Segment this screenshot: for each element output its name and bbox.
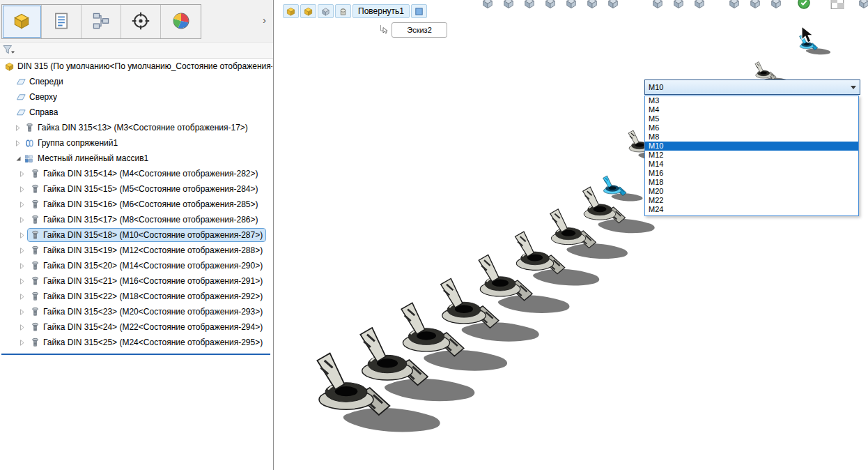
plane-icon	[15, 107, 26, 118]
breadcrumb-assembly-icon[interactable]	[283, 4, 299, 18]
tree-item-nut-13[interactable]: Гайка DIN 315<13> (M3<Состояние отображе…	[0, 120, 272, 135]
breadcrumb-sketch-icon[interactable]	[411, 4, 427, 18]
dropdown-option-m22[interactable]: M22	[645, 196, 858, 205]
tree-item-nut-23[interactable]: Гайка DIN 315<23> (M20<Состояние отображ…	[0, 304, 272, 319]
expand-arrow-icon[interactable]	[20, 169, 28, 178]
model-scene[interactable]: .nut-blue{--w1:#3ec6f2;--w2:#1899cc;--fl…	[274, 0, 868, 470]
toolbar-cube-icon[interactable]	[499, 0, 520, 9]
toolbar-cube-icon[interactable]	[745, 0, 766, 9]
tree-filter-bar	[0, 43, 273, 59]
tree-item-label: Гайка DIN 315<15> (M5<Состояние отображе…	[43, 184, 258, 194]
expand-arrow-icon[interactable]	[20, 338, 28, 347]
size-dropdown[interactable]: M10	[644, 79, 860, 95]
tree-item-nut-24[interactable]: Гайка DIN 315<24> (M22<Состояние отображ…	[0, 319, 272, 335]
displaymanager-icon	[172, 12, 190, 32]
panel-more-chevron[interactable]: ›	[263, 14, 266, 26]
sketch-label[interactable]: Эскиз2	[392, 22, 447, 38]
linear-pattern-icon	[24, 153, 35, 164]
tree-item-label: Справа	[29, 107, 58, 117]
toolbar-cube-icon[interactable]	[520, 0, 541, 9]
dropdown-option-m6[interactable]: M6	[645, 123, 858, 132]
expand-arrow-icon[interactable]	[20, 246, 28, 255]
expand-arrow-icon[interactable]	[20, 292, 28, 301]
breadcrumb-feature-label[interactable]: Повернуть1	[352, 4, 410, 18]
toolbar-cube-icon[interactable]	[478, 0, 499, 9]
tab-displaymanager[interactable]	[161, 5, 201, 38]
tree-end-bar	[1, 354, 270, 355]
tree-item-nut-16[interactable]: Гайка DIN 315<16> (M6<Состояние отображе…	[0, 197, 272, 212]
dropdown-option-m18[interactable]: M18	[645, 178, 858, 187]
tree-item-plane-front[interactable]: Спереди	[0, 74, 272, 89]
expand-arrow-icon[interactable]	[20, 215, 28, 224]
tree-item-nut-17[interactable]: Гайка DIN 315<17> (M8<Состояние отображе…	[0, 212, 272, 227]
tree-item-label: Спереди	[29, 77, 63, 86]
expand-arrow-icon[interactable]	[20, 323, 28, 331]
dropdown-option-m24[interactable]: M24	[645, 205, 858, 214]
tree-item-root[interactable]: DIN 315 (По умолчанию<По умолчанию_Состо…	[0, 59, 272, 74]
expand-arrow-icon[interactable]	[15, 139, 24, 147]
toolbar-cube-icon[interactable]	[582, 0, 603, 9]
toolbar-cube-icon[interactable]	[561, 0, 582, 9]
expand-arrow-icon[interactable]	[15, 123, 24, 132]
collapse-arrow-icon[interactable]	[15, 154, 24, 162]
tree-item-linear-pattern[interactable]: Местный линейный массив1	[0, 151, 272, 166]
tree-item-label: Гайка DIN 315<19> (M12<Состояние отображ…	[43, 245, 263, 255]
dropdown-option-m10[interactable]: M10	[645, 142, 858, 151]
dropdown-option-m4[interactable]: M4	[645, 105, 858, 114]
filter-funnel-icon[interactable]	[3, 45, 15, 56]
graphics-area[interactable]: .nut-blue{--w1:#3ec6f2;--w2:#1899cc;--fl…	[274, 0, 868, 470]
breadcrumb-part-icon[interactable]	[300, 4, 316, 18]
tab-featuremanager[interactable]	[2, 5, 42, 38]
nut-part-icon	[29, 245, 40, 256]
nut-part-icon	[29, 275, 40, 287]
tab-configurationmanager[interactable]	[82, 5, 121, 38]
expand-arrow-icon[interactable]	[20, 261, 28, 270]
dropdown-option-m14[interactable]: M14	[645, 160, 858, 169]
toolbar-cube-icon[interactable]	[541, 0, 561, 9]
breadcrumb-feature-icon[interactable]	[335, 4, 351, 18]
expand-arrow-icon[interactable]	[20, 308, 28, 316]
tree-item-plane-right[interactable]: Справа	[0, 105, 272, 120]
tree-item-nut-14[interactable]: Гайка DIN 315<14> (M4<Состояние отображе…	[0, 166, 272, 181]
dropdown-option-m20[interactable]: M20	[645, 187, 858, 196]
tree-item-label: Местный линейный массив1	[38, 153, 148, 163]
tab-dimxpertmanager[interactable]	[121, 5, 161, 38]
expand-arrow-icon[interactable]	[20, 200, 28, 209]
dropdown-option-m3[interactable]: M3	[645, 96, 858, 105]
wing-nut-selected-m10[interactable]	[603, 176, 643, 201]
expand-arrow-icon[interactable]	[20, 231, 28, 239]
tree-item-nut-21[interactable]: Гайка DIN 315<21> (M16<Состояние отображ…	[0, 273, 272, 289]
nut-part-icon	[29, 229, 40, 241]
toolbar-cube-icon[interactable]	[690, 0, 711, 9]
toolbar-cube-icon[interactable]	[603, 0, 624, 9]
tree-item-nut-20[interactable]: Гайка DIN 315<20> (M14<Состояние отображ…	[0, 258, 272, 273]
breadcrumb-body-icon[interactable]	[318, 4, 334, 18]
branch-cursor-icon	[379, 24, 389, 36]
tree-item-nut-15[interactable]: Гайка DIN 315<15> (M5<Состояние отображе…	[0, 181, 272, 197]
tree-item-mates-group[interactable]: Группа сопряжений1	[0, 135, 272, 151]
tab-propertymanager[interactable]	[42, 5, 82, 38]
tree-item-plane-top[interactable]: Сверху	[0, 89, 272, 105]
toolbar-cube-icon[interactable]	[669, 0, 690, 9]
configurationmanager-icon	[92, 12, 110, 32]
expand-arrow-icon[interactable]	[20, 277, 28, 285]
toolbar-green-check-icon[interactable]	[794, 0, 815, 9]
toolbar-cube-icon[interactable]	[724, 0, 745, 9]
toolbar-cube-icon[interactable]	[766, 0, 787, 9]
dropdown-option-m8[interactable]: M8	[645, 132, 858, 142]
tree-item-label: Группа сопряжений1	[38, 138, 118, 148]
panel-tab-bar: ›	[0, 0, 273, 43]
dropdown-option-m16[interactable]: M16	[645, 169, 858, 178]
toolbar-cube-icon[interactable]	[854, 0, 868, 9]
toolbar-appearance-icon[interactable]	[828, 0, 848, 9]
toolbar-cube-icon[interactable]	[648, 0, 669, 9]
expand-arrow-icon[interactable]	[20, 185, 28, 193]
tree-item-label: Гайка DIN 315<25> (M24<Состояние отображ…	[43, 338, 263, 347]
dropdown-option-m5[interactable]: M5	[645, 114, 858, 123]
tree-item-nut-19[interactable]: Гайка DIN 315<19> (M12<Состояние отображ…	[0, 243, 272, 258]
featuremanager-tree-icon	[12, 11, 31, 33]
tree-item-nut-25[interactable]: Гайка DIN 315<25> (M24<Состояние отображ…	[0, 335, 272, 350]
dropdown-option-m12[interactable]: M12	[645, 151, 858, 160]
tree-item-nut-18-selected[interactable]: Гайка DIN 315<18> (M10<Состояние отображ…	[0, 227, 272, 243]
tree-item-nut-22[interactable]: Гайка DIN 315<22> (M18<Состояние отображ…	[0, 289, 272, 304]
